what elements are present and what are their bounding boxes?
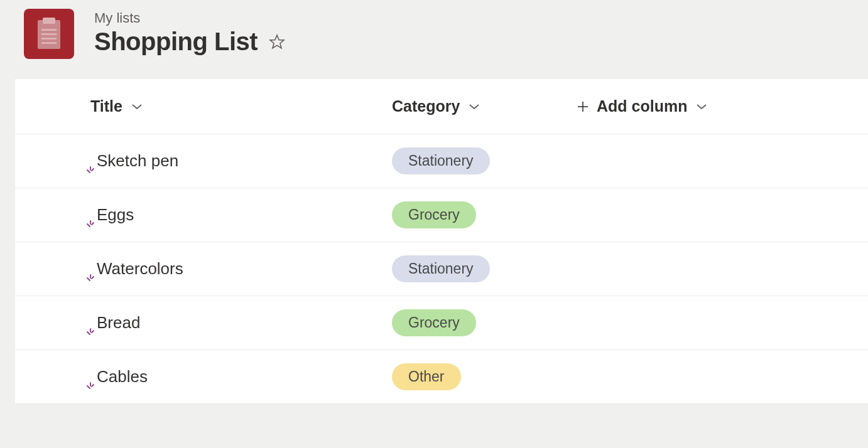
- category-pill: Grocery: [392, 309, 476, 336]
- chevron-down-icon: [469, 103, 480, 110]
- category-pill: Stationery: [392, 255, 490, 282]
- svg-rect-4: [41, 38, 57, 40]
- column-category-label: Category: [392, 97, 460, 115]
- svg-line-21: [87, 386, 90, 388]
- new-item-icon: [85, 219, 97, 233]
- svg-line-11: [92, 169, 94, 171]
- table-row[interactable]: WatercolorsStationery: [15, 242, 868, 296]
- svg-line-23: [92, 385, 94, 387]
- svg-line-15: [87, 278, 90, 280]
- add-column-label: Add column: [597, 97, 687, 115]
- category-cell: Grocery: [392, 309, 574, 336]
- table-row[interactable]: BreadGrocery: [15, 296, 868, 350]
- svg-line-14: [92, 223, 94, 225]
- title-cell: Watercolors: [15, 259, 392, 279]
- new-item-icon: [85, 327, 97, 341]
- favorite-star-icon[interactable]: [269, 34, 285, 50]
- row-title-text: Eggs: [97, 205, 134, 225]
- svg-rect-3: [41, 33, 57, 35]
- title-cell: Cables: [15, 367, 392, 387]
- row-title-text: Sketch pen: [97, 151, 178, 171]
- svg-line-18: [87, 332, 90, 334]
- svg-rect-5: [41, 42, 57, 44]
- list-table: Title Category: [15, 79, 868, 404]
- category-pill: Other: [392, 363, 461, 390]
- plus-icon: [577, 100, 589, 113]
- title-cell: Bread: [15, 313, 392, 333]
- add-column-button[interactable]: Add column: [577, 97, 707, 115]
- table-header: Title Category: [15, 79, 868, 134]
- header-text: My lists Shopping List: [94, 9, 285, 56]
- svg-line-9: [87, 170, 90, 173]
- new-item-icon: [85, 381, 97, 395]
- title-row: Shopping List: [94, 28, 285, 56]
- svg-marker-6: [270, 35, 284, 48]
- table-body: Sketch penStationery EggsGrocery Waterco…: [15, 134, 868, 404]
- title-cell: Eggs: [15, 205, 392, 225]
- svg-rect-1: [43, 18, 55, 24]
- new-item-icon: [85, 165, 97, 179]
- column-title-label: Title: [90, 97, 122, 115]
- page-title: Shopping List: [94, 28, 258, 56]
- row-title-text: Bread: [97, 313, 140, 333]
- category-cell: Other: [392, 363, 574, 390]
- category-pill: Grocery: [392, 201, 476, 228]
- breadcrumb[interactable]: My lists: [94, 10, 285, 26]
- svg-rect-2: [41, 29, 57, 31]
- new-item-icon: [85, 273, 97, 287]
- column-header-category: Category: [392, 97, 574, 115]
- chevron-down-icon: [131, 103, 143, 110]
- clipboard-icon: [35, 18, 63, 50]
- svg-line-20: [92, 331, 94, 333]
- category-pill: Stationery: [392, 147, 490, 174]
- column-header-title: Title: [15, 97, 392, 115]
- category-cell: Grocery: [392, 201, 574, 228]
- column-header-category-button[interactable]: Category: [392, 97, 480, 115]
- row-title-text: Watercolors: [97, 259, 183, 279]
- column-header-title-button[interactable]: Title: [90, 97, 143, 115]
- column-header-add: Add column: [574, 97, 707, 115]
- category-cell: Stationery: [392, 255, 574, 282]
- row-title-text: Cables: [97, 367, 148, 387]
- list-icon: [24, 9, 74, 59]
- table-row[interactable]: EggsGrocery: [15, 188, 868, 242]
- title-cell: Sketch pen: [15, 151, 392, 171]
- chevron-down-icon: [696, 103, 707, 110]
- table-row[interactable]: CablesOther: [15, 350, 868, 404]
- svg-line-12: [87, 224, 90, 227]
- svg-line-17: [92, 277, 94, 279]
- page-header: My lists Shopping List: [0, 0, 868, 59]
- table-row[interactable]: Sketch penStationery: [15, 134, 868, 188]
- category-cell: Stationery: [392, 147, 574, 174]
